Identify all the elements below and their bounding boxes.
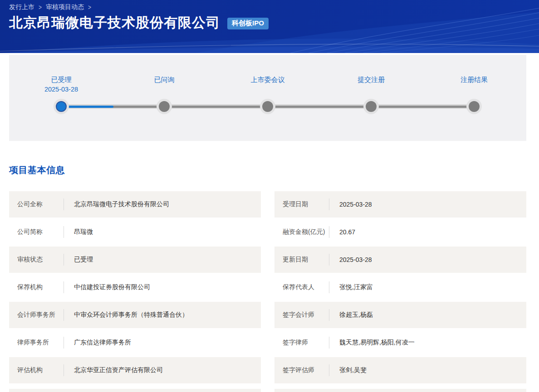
table-row-law-firm: 律师事务所 广东信达律师事务所 xyxy=(9,329,261,356)
section-title-basic-info: 项目基本信息 xyxy=(9,164,65,176)
partial-next-row xyxy=(9,389,261,392)
table-row-review-status: 审核状态 已受理 xyxy=(9,247,261,273)
row-divider xyxy=(329,254,329,266)
row-label: 更新日期 xyxy=(283,256,329,264)
row-label: 公司简称 xyxy=(17,228,64,236)
company-title: 北京昂瑞微电子技术股份有限公司 xyxy=(9,13,220,33)
review-progress-stepper: 已受理 2025-03-28 已问询 上市委会议 提交注册 注册结果 xyxy=(9,55,526,141)
row-value: 张剑,吴斐 xyxy=(339,366,367,374)
table-row-signing-accountants: 签字会计师 徐超玉,杨磊 xyxy=(274,302,526,328)
row-label: 会计师事务所 xyxy=(17,311,64,319)
row-value: 徐超玉,杨磊 xyxy=(339,311,373,319)
stepper-track-progress xyxy=(63,106,113,108)
breadcrumb-chevron-icon: > xyxy=(88,4,91,11)
step-submit-registration-label: 提交注册 xyxy=(335,76,407,84)
row-divider xyxy=(64,254,64,266)
row-value: 北京昂瑞微电子技术股份有限公司 xyxy=(74,200,169,208)
breadcrumb-item-review-project-status[interactable]: 审核项目动态 xyxy=(46,3,84,11)
table-row-company-short-name: 公司简称 昂瑞微 xyxy=(9,219,261,245)
breadcrumb-chevron-icon: > xyxy=(39,4,42,11)
breadcrumb: 发行上市 > 审核项目动态 > xyxy=(9,3,91,11)
row-value: 广东信达律师事务所 xyxy=(74,339,131,347)
row-divider xyxy=(64,364,64,376)
info-column-left: 公司全称 北京昂瑞微电子技术股份有限公司 公司简称 昂瑞微 审核状态 已受理 保… xyxy=(9,191,261,385)
row-value: 北京华亚正信资产评估有限公司 xyxy=(74,366,163,374)
row-label: 律师事务所 xyxy=(17,339,64,347)
row-value: 昂瑞微 xyxy=(74,228,93,236)
step-listing-committee-label: 上市委会议 xyxy=(231,76,304,84)
row-label: 审核状态 xyxy=(17,256,64,264)
row-value: 中信建投证券股份有限公司 xyxy=(74,283,150,291)
row-value: 中审众环会计师事务所（特殊普通合伙） xyxy=(74,311,188,319)
row-label: 融资金额(亿元) xyxy=(283,228,329,236)
row-divider xyxy=(64,198,64,210)
row-divider xyxy=(329,226,329,238)
step-accepted-date: 2025-03-28 xyxy=(25,86,98,93)
row-value: 张悦,汪家富 xyxy=(339,283,373,291)
row-divider xyxy=(329,281,329,293)
step-inquired-dot-icon xyxy=(159,101,170,112)
row-label: 公司全称 xyxy=(17,200,64,208)
step-accepted-dot-icon xyxy=(56,101,67,112)
step-listing-committee-dot-icon xyxy=(262,101,273,112)
table-row-signing-lawyers: 签字律师 魏天慧,易明辉,杨阳,何凌一 xyxy=(274,329,526,356)
page-header: 发行上市 > 审核项目动态 > 北京昂瑞微电子技术股份有限公司 科创板IPO xyxy=(0,0,539,53)
row-divider xyxy=(64,337,64,348)
row-value: 20.67 xyxy=(339,228,355,236)
row-label: 签字会计师 xyxy=(283,311,329,319)
row-divider xyxy=(64,309,64,321)
row-label: 签字评估师 xyxy=(283,366,329,374)
page: 发行上市 > 审核项目动态 > 北京昂瑞微电子技术股份有限公司 科创板IPO 已… xyxy=(0,0,539,392)
table-row-signing-appraisers: 签字评估师 张剑,吴斐 xyxy=(274,357,526,383)
step-submit-registration-dot-icon xyxy=(366,101,377,112)
table-row-sponsor-representatives: 保荐代表人 张悦,汪家富 xyxy=(274,274,526,300)
title-row: 北京昂瑞微电子技术股份有限公司 科创板IPO xyxy=(9,13,269,33)
row-value: 2025-03-28 xyxy=(339,256,372,263)
row-label: 签字律师 xyxy=(283,339,329,347)
row-divider xyxy=(64,226,64,238)
row-label: 受理日期 xyxy=(283,200,329,208)
table-row-accounting-firm: 会计师事务所 中审众环会计师事务所（特殊普通合伙） xyxy=(9,302,261,328)
row-label: 保荐机构 xyxy=(17,283,64,291)
row-label: 评估机构 xyxy=(17,366,64,374)
partial-next-row xyxy=(274,389,526,392)
step-inquired-label: 已问询 xyxy=(128,76,201,84)
step-registration-result-dot-icon xyxy=(469,101,480,112)
table-row-acceptance-date: 受理日期 2025-03-28 xyxy=(274,191,526,218)
row-value: 魏天慧,易明辉,杨阳,何凌一 xyxy=(339,339,415,347)
row-divider xyxy=(329,337,329,348)
step-accepted-label: 已受理 xyxy=(25,76,98,84)
row-label: 保荐代表人 xyxy=(283,283,329,291)
row-value: 已受理 xyxy=(74,256,93,264)
breadcrumb-item-issue-listing[interactable]: 发行上市 xyxy=(9,3,34,11)
row-value: 2025-03-28 xyxy=(339,201,372,208)
table-row-update-date: 更新日期 2025-03-28 xyxy=(274,247,526,273)
table-row-sponsor-institution: 保荐机构 中信建投证券股份有限公司 xyxy=(9,274,261,300)
table-row-appraisal-institution: 评估机构 北京华亚正信资产评估有限公司 xyxy=(9,357,261,383)
row-divider xyxy=(64,281,64,293)
table-row-company-full-name: 公司全称 北京昂瑞微电子技术股份有限公司 xyxy=(9,191,261,218)
ipo-board-badge: 科创板IPO xyxy=(227,18,269,29)
row-divider xyxy=(329,364,329,376)
info-column-right: 受理日期 2025-03-28 融资金额(亿元) 20.67 更新日期 2025… xyxy=(274,191,526,385)
row-divider xyxy=(329,309,329,321)
row-divider xyxy=(329,198,329,210)
table-row-financing-amount: 融资金额(亿元) 20.67 xyxy=(274,219,526,245)
step-registration-result-label: 注册结果 xyxy=(438,76,510,84)
